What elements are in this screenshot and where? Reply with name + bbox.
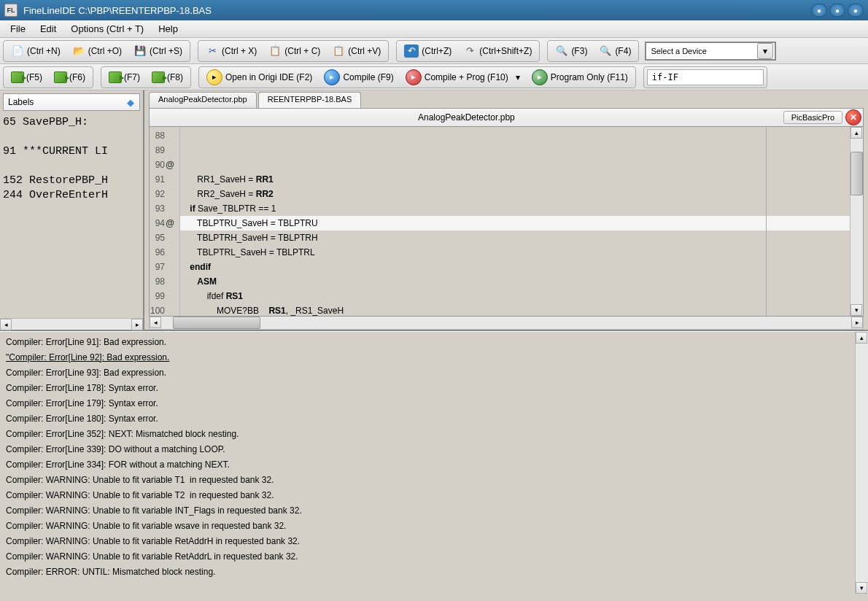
scroll-up-icon[interactable]: ▴ — [850, 127, 862, 139]
program-label: Program Only (F11) — [551, 72, 628, 82]
close-button[interactable]: ● — [848, 4, 864, 17]
menu-help[interactable]: Help — [151, 20, 185, 37]
sidebar-labels-list[interactable]: 65 SavePBP_H: 91 ***CURRENT LI 152 Resto… — [0, 114, 143, 318]
compile-button[interactable]: ▸Compile (F9) — [319, 68, 398, 87]
output-line[interactable]: Compiler: WARNING: Unable to fit variabl… — [6, 488, 849, 503]
menubar: File Edit Options (Ctrl + T) Help — [0, 20, 868, 38]
copy-icon: 📋 — [268, 44, 282, 58]
menu-edit[interactable]: Edit — [33, 20, 63, 37]
scroll-down-icon[interactable]: ▾ — [850, 304, 862, 316]
minimize-button[interactable]: ● — [811, 4, 827, 17]
new-button[interactable]: 📄(Ctrl +N) — [7, 43, 65, 59]
compile-label: Compile (F9) — [343, 72, 393, 82]
undo-button[interactable]: ↶(Ctrl+Z) — [400, 43, 456, 59]
menu-file[interactable]: File — [3, 20, 33, 37]
f5-button[interactable]: (F5) — [7, 70, 47, 85]
scroll-right-icon[interactable]: ▸ — [851, 317, 863, 328]
origi-icon: ▸ — [206, 69, 222, 85]
output-line[interactable]: Compiler: WARNING: Unable to fit variabl… — [6, 519, 849, 534]
undo-icon: ↶ — [404, 44, 419, 58]
scroll-track[interactable] — [12, 319, 131, 330]
close-tab-button[interactable]: ✕ — [845, 109, 861, 125]
scroll-left-icon[interactable]: ◂ — [0, 319, 12, 330]
editor-vscroll[interactable]: ▴ ▾ — [850, 127, 863, 316]
chevron-down-icon[interactable]: ▾ — [516, 72, 520, 82]
output-line[interactable]: Compiler: ERROR: UNTIL: Mismatched block… — [6, 565, 849, 580]
compile-prog-icon: ▸ — [406, 69, 422, 85]
copy-button[interactable]: 📋(Ctrl + C) — [264, 43, 325, 59]
device-input[interactable] — [646, 47, 756, 55]
line-gutter: 888990@91929394@9596979899100 — [150, 127, 180, 316]
compile-prog-label: Compile + Prog (F10) — [425, 72, 508, 82]
program-only-button[interactable]: ▸Program Only (F11) — [527, 68, 632, 87]
f7-button[interactable]: (F7) — [104, 70, 144, 85]
output-line[interactable]: Compiler: WARNING: Unable to fit variabl… — [6, 503, 849, 519]
editor-tab[interactable]: REENTERPBP-18.BAS — [258, 92, 362, 108]
scroll-track[interactable] — [856, 344, 868, 582]
f8-label: (F8) — [167, 72, 183, 82]
save-button[interactable]: 💾(Ctrl +S) — [129, 43, 187, 59]
program-icon: ▸ — [532, 69, 548, 85]
scroll-up-icon[interactable]: ▴ — [856, 332, 867, 344]
sidebar-mode-selector[interactable]: ◆ — [3, 93, 140, 111]
output-vscroll[interactable]: ▴ ▾ — [855, 332, 868, 594]
cut-button[interactable]: ✂(Ctrl + X) — [201, 43, 261, 59]
open-origi-button[interactable]: ▸Open in Origi IDE (F2) — [202, 68, 317, 87]
output-line[interactable]: Compiler: Error[Line 178]: Syntax error. — [6, 381, 849, 396]
editor-area: AnalogPeakDetector.pbpREENTERPBP-18.BAS … — [144, 90, 868, 330]
snippet-input[interactable] — [647, 69, 764, 85]
output-line[interactable]: Compiler: Error[Line 180]: Syntax error. — [6, 411, 849, 427]
findreplace-button[interactable]: 🔍(F4) — [594, 43, 635, 59]
open-icon: 📂 — [72, 44, 85, 58]
scroll-thumb[interactable] — [850, 152, 863, 195]
origi-label: Open in Origi IDE (F2) — [225, 72, 312, 82]
device-dropdown[interactable]: ▾ — [757, 43, 773, 59]
language-selector[interactable]: PicBasicPro — [783, 111, 842, 124]
output-line[interactable]: Compiler: Error[Line 93]: Bad expression… — [6, 365, 849, 381]
f8-button[interactable]: (F8) — [147, 70, 187, 85]
output-line[interactable]: Compiler: Error[Line 352]: NEXT: Mismatc… — [6, 427, 849, 442]
maximize-button[interactable]: ● — [829, 4, 845, 17]
redo-button[interactable]: ↷(Ctrl+Shift+Z) — [459, 43, 536, 59]
scroll-right-icon[interactable]: ▸ — [131, 319, 143, 330]
open-button[interactable]: 📂(Ctrl +O) — [68, 43, 126, 59]
menu-options[interactable]: Options (Ctrl + T) — [63, 20, 151, 37]
code-editor[interactable]: RR1_SaveH = RR1 RR2_SaveH = RR2 if Save_… — [180, 127, 850, 316]
output-line[interactable]: Compiler: WARNING: Unable to fit variabl… — [6, 549, 849, 565]
scroll-track[interactable] — [850, 139, 863, 304]
scroll-down-icon[interactable]: ▾ — [856, 582, 867, 594]
scroll-thumb[interactable] — [173, 317, 260, 329]
main-area: ◆ 65 SavePBP_H: 91 ***CURRENT LI 152 Res… — [0, 90, 868, 331]
editor-hscroll[interactable]: ◂ ▸ — [149, 317, 864, 330]
f5-icon — [11, 71, 24, 83]
sidebar-mode-dropdown[interactable]: ◆ — [122, 94, 139, 110]
output-line[interactable]: Compiler: WARNING: Unable to fit variabl… — [6, 473, 849, 488]
scroll-left-icon[interactable]: ◂ — [150, 317, 161, 328]
output-line[interactable]: Compiler: WARNING: Unable to fit variabl… — [6, 534, 849, 549]
cut-icon: ✂ — [206, 44, 219, 58]
compile-prog-button[interactable]: ▸Compile + Prog (F10)▾ — [401, 68, 524, 87]
f7-label: (F7) — [124, 72, 140, 82]
output-line[interactable]: Compiler: Error[Line 91]: Bad expression… — [6, 335, 849, 350]
output-line[interactable]: Compiler: Error[Line 179]: Syntax error. — [6, 396, 849, 411]
f6-label: (F6) — [69, 72, 85, 82]
output-line[interactable]: Compiler: Error[Line 339]: DO without a … — [6, 442, 849, 457]
device-selector[interactable]: ▾ — [645, 42, 776, 61]
find-button[interactable]: 🔍(F3) — [551, 43, 592, 59]
sidebar-hscroll[interactable]: ◂ ▸ — [0, 318, 143, 330]
editor-body: 888990@91929394@9596979899100 RR1_SaveH … — [149, 127, 864, 317]
editor-tab[interactable]: AnalogPeakDetector.pbp — [149, 92, 257, 108]
output-line[interactable]: Compiler: Error[Line 334]: FOR without a… — [6, 457, 849, 473]
output-line[interactable]: "Compiler: Error[Line 92]: Bad expressio… — [6, 350, 849, 365]
sidebar-mode-input[interactable] — [4, 94, 122, 110]
toolbar-2: (F5) (F6) (F7) (F8) ▸Open in Origi IDE (… — [0, 64, 868, 90]
redo-icon: ↷ — [463, 44, 476, 58]
paste-button[interactable]: 📋(Ctrl +V) — [328, 43, 385, 59]
compiler-output[interactable]: Compiler: Error[Line 91]: Bad expression… — [0, 332, 855, 594]
paste-label: (Ctrl +V) — [348, 46, 381, 56]
window-title: FineLineIDE C:\PBP\REENTERPBP-18.BAS — [23, 5, 811, 16]
save-label: (Ctrl +S) — [150, 46, 182, 56]
f6-button[interactable]: (F6) — [50, 70, 90, 85]
output-panel: Compiler: Error[Line 91]: Bad expression… — [0, 331, 868, 594]
scroll-track[interactable] — [161, 317, 851, 329]
